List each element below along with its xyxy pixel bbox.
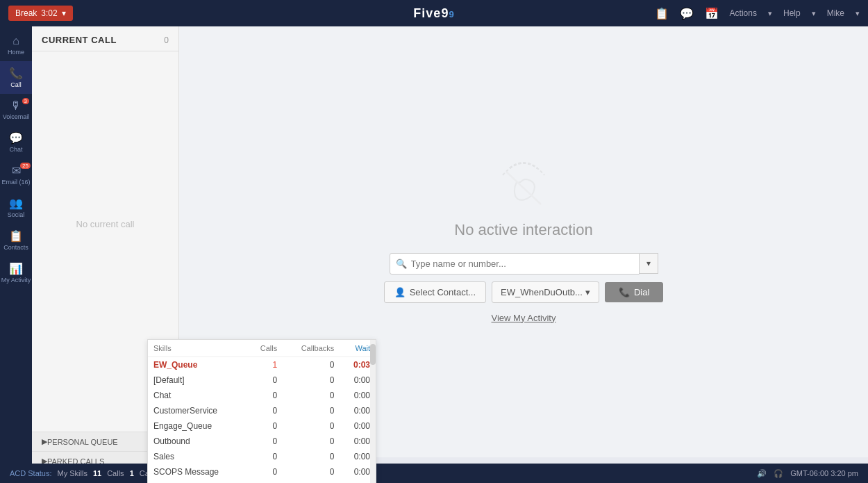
- queue-skill-cell: Engage_Queue: [148, 418, 247, 434]
- queue-skill-cell: Chat: [148, 388, 247, 403]
- queue-popup: Skills Calls Callbacks Wait EW_Queue100:…: [147, 339, 376, 483]
- chevron-help-icon: ▾: [812, 9, 816, 18]
- queue-table-row: [Default]000:00: [148, 373, 376, 388]
- queue-calls-cell: 0: [247, 403, 283, 418]
- queue-skill-cell: Sales: [148, 449, 247, 464]
- sidebar: ⌂ Home 📞 Call 🎙 3 Voicemail 💬 Chat ✉ 25 …: [0, 26, 32, 483]
- sidebar-label-call: Call: [10, 81, 22, 88]
- queue-skill-cell: [Default]: [148, 373, 247, 388]
- break-label: Break: [15, 8, 37, 18]
- queue-table-row: SCOPS Message000:00: [148, 464, 376, 480]
- sidebar-item-social[interactable]: 👥 Social: [0, 191, 32, 224]
- queue-skill-cell: EW_Queue: [148, 357, 247, 373]
- actions-menu[interactable]: Actions: [730, 8, 757, 18]
- queue-calls-cell: 0: [247, 388, 283, 403]
- queue-callbacks-cell: 0: [283, 464, 340, 480]
- app-logo: Five99: [413, 6, 454, 21]
- search-dropdown-button[interactable]: ▾: [640, 253, 658, 274]
- sidebar-label-chat: Chat: [9, 146, 22, 153]
- sidebar-label-voicemail: Voicemail: [3, 113, 30, 120]
- chat-icon[interactable]: 💬: [680, 7, 694, 20]
- topbar-right: 📋 💬 📅 Actions ▾ Help ▾ Mike ▾: [655, 7, 860, 20]
- sidebar-item-contacts[interactable]: 📋 Contacts: [0, 224, 32, 256]
- topbar: Break 3:02 ▾ Five99 📋 💬 📅 Actions ▾ Help…: [0, 0, 868, 26]
- break-button[interactable]: Break 3:02 ▾: [8, 6, 73, 21]
- queue-table-row: ServiceNow000:00: [148, 480, 376, 483]
- view-activity-link[interactable]: View My Activity: [492, 313, 556, 323]
- queue-skill-cell: CustomerService: [148, 403, 247, 418]
- social-icon: 👥: [9, 197, 23, 210]
- dial-phone-icon: 📞: [619, 287, 630, 297]
- personal-queue-label: PERSONAL QUEUE: [47, 438, 118, 446]
- queue-table-row: EW_Queue100:03: [148, 357, 376, 373]
- sidebar-label-email: Email (16): [1, 179, 30, 186]
- dial-button[interactable]: 📞 Dial: [605, 282, 663, 302]
- phone-icon-area: No active interaction: [454, 161, 592, 239]
- queue-calls-cell: 0: [247, 434, 283, 449]
- chevron-user-icon: ▾: [856, 9, 860, 18]
- volume-icon[interactable]: 🔊: [757, 469, 767, 478]
- sidebar-item-home[interactable]: ⌂ Home: [0, 29, 32, 61]
- queue-skill-cell: ServiceNow: [148, 480, 247, 483]
- headphone-icon[interactable]: 🎧: [774, 469, 783, 478]
- queue-table-row: Sales000:00: [148, 449, 376, 464]
- calls-label: Calls: [107, 469, 124, 477]
- queue-table-row: Chat000:00: [148, 388, 376, 403]
- queue-scrollbar[interactable]: [370, 340, 376, 483]
- queue-callbacks-cell: 0: [283, 357, 340, 373]
- acd-status-label: ACD Status:: [10, 469, 52, 477]
- queue-callbacks-cell: 0: [283, 388, 340, 403]
- voicemail-badge: 3: [22, 98, 29, 104]
- current-call-title: CURRENT CALL: [42, 35, 117, 45]
- phone-icon: 📞: [9, 67, 23, 80]
- sidebar-item-myactivity[interactable]: 📊 My Activity: [0, 256, 32, 289]
- queue-scroll-thumb: [370, 344, 376, 365]
- queue-table: Skills Calls Callbacks Wait EW_Queue100:…: [148, 340, 376, 483]
- sidebar-item-call[interactable]: 📞 Call: [0, 61, 32, 94]
- dial-label: Dial: [634, 287, 649, 297]
- queue-calls-cell: 1: [247, 357, 283, 373]
- queue-col-callbacks: Callbacks: [283, 340, 340, 357]
- chevron-actions-icon: ▾: [768, 9, 772, 18]
- queue-table-row: CustomerService000:00: [148, 403, 376, 418]
- campaign-dropdown-button[interactable]: EW_WhenDuOutb... ▾: [492, 281, 599, 303]
- sidebar-item-voicemail[interactable]: 🎙 3 Voicemail: [0, 94, 32, 126]
- queue-skill-cell: SCOPS Message: [148, 464, 247, 480]
- sidebar-label-myactivity: My Activity: [1, 277, 31, 284]
- queue-callbacks-cell: 0: [283, 373, 340, 388]
- queue-callbacks-cell: 0: [283, 480, 340, 483]
- search-wrap: 🔍: [390, 253, 640, 275]
- calendar-icon[interactable]: 📅: [705, 7, 719, 20]
- contact-icon: 👤: [394, 287, 406, 297]
- topbar-left: Break 3:02 ▾: [8, 6, 73, 21]
- sidebar-label-home: Home: [8, 49, 24, 56]
- queue-calls-cell: 0: [247, 480, 283, 483]
- dial-row: 👤 Select Contact... EW_WhenDuOutb... ▾ 📞…: [384, 281, 664, 303]
- user-menu[interactable]: Mike: [827, 8, 844, 18]
- queue-calls-cell: 0: [247, 373, 283, 388]
- activity-icon: 📊: [9, 262, 23, 275]
- queue-calls-cell: 0: [247, 449, 283, 464]
- campaign-chevron-icon: ▾: [585, 287, 590, 297]
- sidebar-label-contacts: Contacts: [3, 244, 28, 251]
- queue-calls-cell: 0: [247, 418, 283, 434]
- no-call-icon: [496, 161, 551, 210]
- no-interaction-label: No active interaction: [454, 221, 592, 239]
- personal-queue-arrow: ▶: [42, 437, 47, 446]
- search-input[interactable]: [390, 253, 640, 275]
- queue-calls-cell: 0: [247, 464, 283, 480]
- voicemail-icon: 🎙: [10, 99, 22, 112]
- my-skills-label: My Skills: [58, 469, 87, 477]
- sidebar-item-chat[interactable]: 💬 Chat: [0, 126, 32, 158]
- campaign-label: EW_WhenDuOutb...: [501, 287, 583, 297]
- home-icon: ⌂: [12, 35, 19, 47]
- sidebar-item-email[interactable]: ✉ 25 Email (16): [0, 158, 32, 191]
- search-icon: 🔍: [396, 259, 407, 269]
- voicemail-wrap: 🎙 3: [0, 99, 32, 112]
- time-display: GMT-06:00 3:20 pm: [790, 469, 858, 477]
- left-panel-header: CURRENT CALL 0: [32, 26, 178, 51]
- select-contact-button[interactable]: 👤 Select Contact...: [384, 281, 486, 303]
- help-menu[interactable]: Help: [783, 8, 801, 18]
- notes-icon[interactable]: 📋: [655, 7, 669, 20]
- sidebar-label-social: Social: [8, 211, 25, 218]
